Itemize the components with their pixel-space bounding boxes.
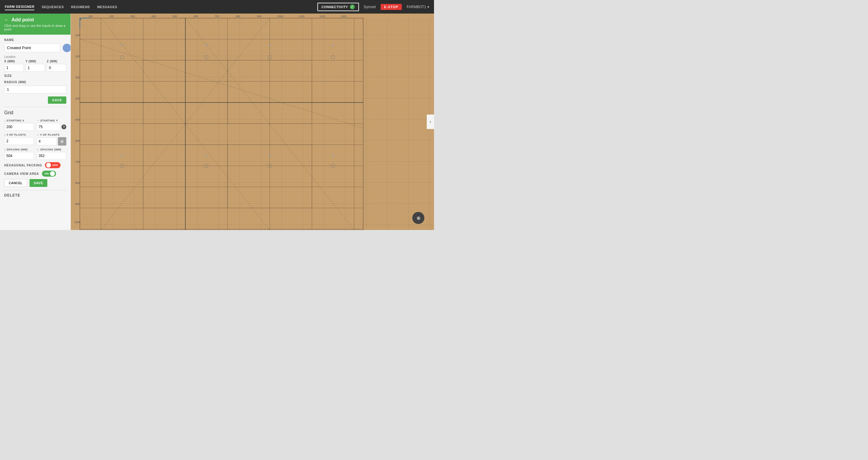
spacing-x-input[interactable] [36, 152, 66, 160]
spacing-y-label: ↕ SPACING (MM) [4, 148, 34, 151]
spacing-y-group: ↕ SPACING (MM) [4, 148, 34, 160]
x-coord-group: X (MM) [4, 60, 24, 72]
camera-toggle[interactable]: ON [42, 171, 56, 177]
y-label: Y (MM) [26, 60, 45, 63]
num-plants-y-input[interactable] [4, 137, 34, 145]
num-plants-x-input[interactable] [36, 137, 57, 145]
save-point-button[interactable]: SAVE [48, 96, 66, 104]
nav-regimens[interactable]: REGIMENS [71, 4, 90, 10]
arrow-updown-icon: ↕ [4, 133, 6, 136]
help-icon[interactable]: ? [61, 124, 66, 129]
starting-row: ↓ STARTING X → STARTING Y ? [4, 119, 66, 131]
top-navigation: FARM DESIGNER SEQUENCES REGIMENS MESSAGE… [0, 0, 434, 13]
farmbot-selector[interactable]: FARMBOT1 ▾ [407, 5, 429, 9]
coords-row: X (MM) Y (MM) Z (MM) [4, 60, 66, 72]
left-panel: ← Add point Click and drag or use the in… [0, 13, 71, 230]
starting-y-label: → STARTING Y [36, 119, 66, 122]
arrow-leftright2-icon: ↔ [36, 148, 39, 151]
svg-text:700: 700 [75, 160, 80, 163]
connectivity-button[interactable]: CONNECTIVITY ✓ [317, 3, 359, 11]
svg-text:600: 600 [75, 139, 80, 142]
z-coord-group: Z (MM) [47, 60, 66, 72]
svg-text:800: 800 [75, 181, 80, 184]
svg-point-71 [333, 155, 334, 156]
y-input[interactable] [26, 64, 45, 72]
camera-state: ON [44, 172, 49, 175]
hexagonal-toggle[interactable]: OFF [45, 162, 61, 168]
svg-point-66 [269, 44, 270, 46]
svg-text:1000: 1000 [74, 221, 81, 224]
color-picker[interactable] [63, 44, 71, 52]
name-row [4, 43, 66, 52]
save-row: SAVE [4, 96, 66, 104]
map-area[interactable]: 100 200 300 400 500 600 700 800 900 1000… [71, 13, 434, 230]
starting-x-input[interactable] [4, 123, 34, 131]
svg-text:300: 300 [75, 76, 80, 79]
synced-status: Synced [364, 5, 376, 9]
camera-label: CAMERA VIEW AREA [4, 172, 39, 176]
map-move-icon[interactable]: ⊕ [412, 212, 424, 224]
spacing-row: ↕ SPACING (MM) ↔ SPACING (MM) [4, 148, 66, 160]
form-content: NAME Location X (MM) Y (MM) Z (MM) [0, 35, 70, 201]
num-plants-y-group: ↕ # OF PLANTS [4, 133, 34, 146]
num-plants-x-group: ↔ # OF PLANTS ⊕ [36, 133, 66, 146]
size-label: Size [4, 74, 66, 78]
farmbot-chevron-icon: ▾ [427, 5, 429, 9]
arrow-down-x-icon: ↓ [4, 119, 6, 122]
name-input[interactable] [4, 43, 60, 52]
starting-y-input[interactable] [36, 123, 60, 131]
camera-row: CAMERA VIEW AREA ON [4, 171, 66, 177]
delete-label: DELETE [4, 193, 66, 197]
map-right-arrow[interactable]: › [427, 115, 434, 129]
hexagonal-label: HEXAGONAL PACKING [4, 164, 42, 167]
svg-text:400: 400 [75, 97, 80, 100]
name-field-label: NAME [4, 38, 66, 41]
svg-text:200: 200 [109, 15, 114, 18]
drag-icon[interactable]: ⊕ [58, 137, 66, 146]
cancel-button[interactable]: CANCEL [4, 179, 27, 187]
spacing-y-input[interactable] [4, 152, 34, 160]
back-arrow-icon[interactable]: ← [4, 17, 9, 23]
starting-y-group: → STARTING Y ? [36, 119, 66, 131]
map-svg: 100 200 300 400 500 600 700 800 900 1000… [71, 13, 434, 230]
save-grid-button[interactable]: SAVE [30, 179, 47, 187]
arrow-right-y-icon: → [36, 119, 39, 122]
divider-1 [4, 107, 66, 107]
svg-text:1000: 1000 [277, 15, 283, 18]
plants-row: ↕ # OF PLANTS ↔ # OF PLANTS ⊕ [4, 133, 66, 146]
panel-subtitle: Click and drag or use the inputs to draw… [4, 24, 66, 31]
y-coord-group: Y (MM) [26, 60, 45, 72]
num-plants-y-label: ↕ # OF PLANTS [4, 133, 34, 136]
num-plants-x-label: ↔ # OF PLANTS [36, 133, 66, 136]
nav-messages[interactable]: MESSAGES [97, 4, 117, 10]
svg-point-68 [121, 155, 123, 156]
location-label: Location [4, 55, 66, 59]
svg-point-65 [206, 44, 207, 46]
svg-point-64 [121, 44, 123, 46]
svg-text:1100: 1100 [299, 15, 304, 18]
svg-text:400: 400 [151, 15, 156, 18]
x-input[interactable] [4, 64, 24, 72]
starting-x-label: ↓ STARTING X [4, 119, 34, 122]
farmbot-name: FARMBOT1 [407, 5, 426, 9]
radius-label: RADIUS (MM) [4, 81, 66, 84]
panel-header: ← Add point Click and drag or use the in… [0, 13, 70, 35]
panel-title: Add point [11, 17, 34, 23]
estop-button[interactable]: E-STOP [381, 4, 402, 10]
svg-text:800: 800 [236, 15, 240, 18]
nav-farm-designer[interactable]: FARM DESIGNER [5, 4, 34, 10]
z-input[interactable] [47, 64, 66, 72]
nav-sequences[interactable]: SEQUENCES [41, 4, 64, 10]
radius-input[interactable] [4, 86, 66, 93]
svg-text:100: 100 [75, 34, 80, 37]
hexagonal-state: OFF [52, 164, 58, 167]
svg-text:700: 700 [215, 15, 219, 18]
svg-text:600: 600 [193, 15, 198, 18]
svg-text:900: 900 [75, 203, 80, 206]
svg-text:500: 500 [173, 15, 177, 18]
z-label: Z (MM) [47, 60, 66, 63]
svg-text:1200: 1200 [319, 15, 326, 18]
camera-knob [50, 171, 55, 176]
hexagonal-knob [46, 163, 51, 167]
arrow-updown2-icon: ↕ [4, 148, 6, 151]
